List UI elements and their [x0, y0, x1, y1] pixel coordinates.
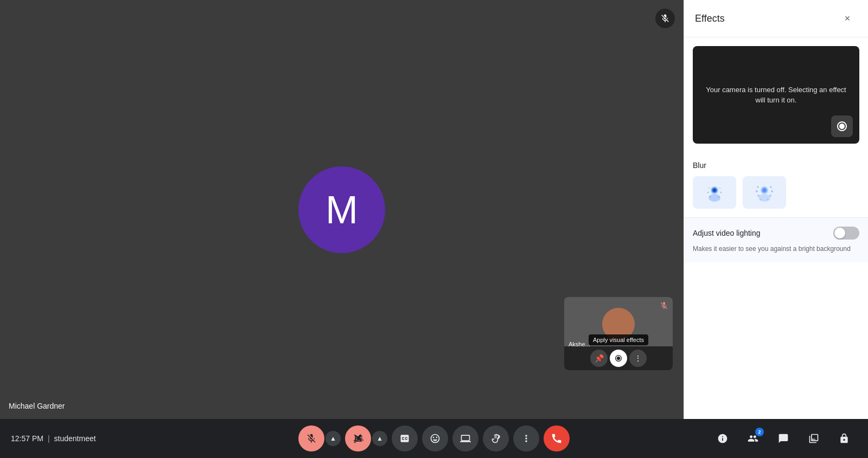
svg-point-14	[757, 186, 759, 188]
raise-hand-button[interactable]	[483, 425, 509, 451]
thumbnail-mute-icon	[660, 301, 668, 312]
svg-point-19	[769, 195, 771, 197]
blur-section: Blur	[684, 152, 868, 218]
camera-off-text: Your camera is turned off. Selecting an …	[704, 85, 848, 106]
mute-camera-button[interactable]	[345, 425, 371, 451]
svg-point-4	[709, 188, 710, 189]
lighting-title: Adjust video lighting	[693, 229, 761, 237]
bottom-bar: 12:57 PM | studentmeet ▲ ▲	[0, 419, 868, 458]
effects-title: Effects	[695, 13, 725, 24]
separator: |	[48, 434, 50, 443]
svg-point-3	[713, 189, 716, 192]
lighting-desc: Makes it easier to see you against a bri…	[693, 244, 859, 254]
svg-point-16	[756, 190, 758, 192]
blur-section-title: Blur	[693, 161, 859, 170]
lighting-section: Adjust video lighting Makes it easier to…	[684, 218, 868, 262]
camera-expand-button[interactable]: ▲	[372, 431, 387, 446]
svg-point-8	[710, 196, 711, 198]
meeting-name: studentmeet	[54, 434, 96, 443]
participant-name: Michael Gardner	[9, 402, 65, 410]
avatar: M	[298, 166, 385, 253]
lighting-header: Adjust video lighting	[693, 227, 859, 240]
captions-button[interactable]	[392, 425, 418, 451]
effects-header: Effects ×	[684, 0, 868, 37]
svg-point-11	[758, 194, 770, 202]
svg-point-5	[719, 188, 720, 189]
lighting-toggle[interactable]	[833, 227, 859, 240]
video-area: M Michael Gardner 📌	[0, 0, 684, 419]
end-call-button[interactable]	[544, 425, 570, 451]
thumbnail-participant: 📌 ⋮ Apply visual effects Akshe...	[564, 297, 673, 370]
camera-effects-icon-button[interactable]	[831, 115, 853, 137]
svg-point-6	[707, 192, 709, 193]
current-time: 12:57 PM	[11, 434, 43, 443]
controls-right: 2	[710, 425, 857, 451]
slight-blur-option[interactable]	[693, 176, 736, 209]
svg-point-13	[763, 189, 766, 192]
close-effects-button[interactable]: ×	[838, 9, 857, 28]
visual-effects-button[interactable]	[610, 350, 627, 367]
svg-point-18	[757, 195, 760, 197]
effects-panel: Effects × Your camera is turned off. Sel…	[684, 0, 868, 419]
blur-options	[693, 176, 859, 209]
mute-mic-button[interactable]	[298, 425, 324, 451]
thumbnail-controls: 📌 ⋮	[564, 346, 673, 370]
more-options-button[interactable]	[513, 425, 539, 451]
controls-center: ▲ ▲	[298, 425, 570, 451]
emoji-button[interactable]	[422, 425, 448, 451]
svg-point-1	[709, 194, 720, 202]
tooltip: Apply visual effects	[589, 334, 648, 345]
pin-button[interactable]: 📌	[590, 350, 608, 367]
more-options-button[interactable]: ⋮	[629, 350, 647, 367]
lock-button[interactable]	[831, 425, 857, 451]
svg-point-15	[770, 186, 772, 188]
people-button[interactable]: 2	[740, 425, 766, 451]
camera-preview: Your camera is turned off. Selecting an …	[693, 46, 859, 144]
camera-controls: ▲	[345, 425, 387, 451]
svg-point-21	[767, 199, 769, 201]
activities-button[interactable]	[801, 425, 827, 451]
people-badge: 2	[755, 428, 764, 436]
chat-button[interactable]	[770, 425, 796, 451]
svg-point-17	[771, 190, 773, 192]
present-button[interactable]	[452, 425, 478, 451]
mute-indicator-top	[655, 9, 675, 28]
svg-point-9	[718, 196, 720, 198]
mic-expand-button[interactable]: ▲	[326, 431, 341, 446]
full-blur-option[interactable]	[743, 176, 786, 209]
mic-controls: ▲	[298, 425, 341, 451]
avatar-initial: M	[326, 188, 358, 232]
time-meeting-info: 12:57 PM | studentmeet	[11, 434, 119, 443]
svg-point-20	[761, 199, 762, 201]
thumbnail-name: Akshe...	[569, 341, 590, 347]
info-button[interactable]	[710, 425, 736, 451]
svg-point-7	[720, 192, 722, 193]
